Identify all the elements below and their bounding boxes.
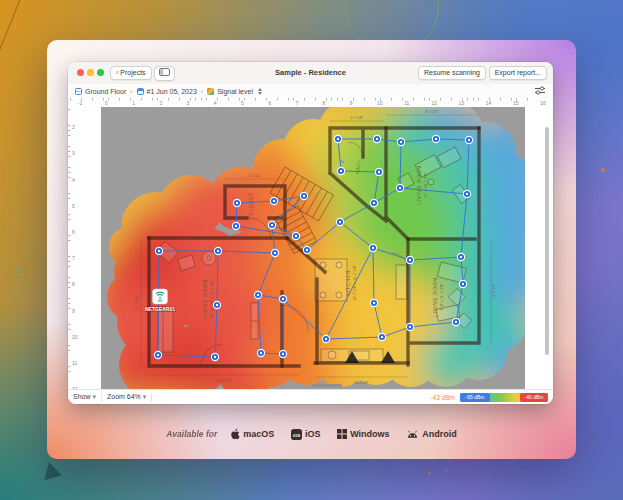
- ruler-number: 6: [268, 101, 271, 106]
- ruler-number: 5: [72, 204, 75, 209]
- svg-text:11'-2 3/4": 11'-2 3/4": [492, 283, 496, 299]
- separator-dot: ·: [327, 430, 330, 439]
- survey-point[interactable]: [336, 218, 343, 225]
- decor-dot: [591, 437, 595, 441]
- show-menu[interactable]: Show ▾: [73, 393, 96, 401]
- ruler-number: 6: [72, 230, 75, 235]
- minimize-window-button[interactable]: [87, 69, 94, 76]
- sliders-icon: [534, 86, 546, 95]
- survey-point[interactable]: [213, 301, 220, 308]
- ruler-number: 9: [72, 309, 75, 314]
- floorplan-canvas[interactable]: 6'-2 1/2"6'-1 5/8"8'-1 1/2"16'-3 1/2"10'…: [101, 107, 525, 390]
- resume-scanning-button[interactable]: Resume scanning: [418, 66, 486, 80]
- ruler-number: 4: [214, 101, 217, 106]
- toggle-sidebar-button[interactable]: [154, 66, 175, 81]
- svg-text:6'-1 5/8": 6'-1 5/8": [350, 116, 364, 120]
- view-options-button[interactable]: [534, 86, 546, 96]
- survey-point[interactable]: [337, 167, 344, 174]
- apple-icon: [230, 428, 240, 440]
- survey-point[interactable]: [303, 246, 310, 253]
- room-label: LIVING ROOM: [416, 165, 422, 205]
- survey-point[interactable]: [334, 135, 341, 142]
- ruler-number: -1: [78, 101, 82, 106]
- ruler-number: 11: [72, 361, 77, 366]
- vertical-scrollbar[interactable]: [545, 127, 549, 355]
- visualization-select[interactable]: Signal level: [217, 88, 253, 95]
- platforms-footer: Available for macOS·iOSiOS·Windows·Andro…: [47, 428, 576, 440]
- survey-point[interactable]: [406, 323, 413, 330]
- scale-min-handle[interactable]: -65 dBm: [460, 393, 490, 402]
- survey-point[interactable]: [373, 135, 380, 142]
- ruler-number: 5: [241, 101, 244, 106]
- survey-point[interactable]: [292, 232, 299, 239]
- decor-small-ring: [15, 267, 26, 278]
- decor-dashed-line: [81, 455, 82, 500]
- decor-dot: [601, 168, 605, 172]
- room-label: KITCHEN: [345, 270, 351, 296]
- zoom-window-button[interactable]: [97, 69, 104, 76]
- room-label: HALL: [355, 160, 361, 175]
- room-label: LIVING ROOM: [202, 279, 208, 319]
- survey-point[interactable]: [270, 197, 277, 204]
- svg-text:15'-8 3/4": 15'-8 3/4": [135, 294, 139, 310]
- survey-point[interactable]: [452, 318, 459, 325]
- survey-point[interactable]: [369, 244, 376, 251]
- divider: [151, 393, 152, 402]
- platform-label: Android: [422, 429, 457, 439]
- svg-text:10'-7 1/4" x 16'-2 1/4": 10'-7 1/4" x 16'-2 1/4": [353, 264, 357, 301]
- survey-point[interactable]: [396, 184, 403, 191]
- svg-text:8'-1 1/2": 8'-1 1/2": [425, 110, 439, 114]
- breadcrumb-survey[interactable]: #1 Jun 05, 2023: [147, 88, 197, 95]
- survey-point[interactable]: [279, 350, 286, 357]
- horizontal-scrollbar[interactable]: [312, 384, 342, 387]
- promo-card: ‹ Projects Sample - Residence Resume sca…: [47, 40, 576, 459]
- svg-text:15'-10 3/4" x 15'-6 3/4": 15'-10 3/4" x 15'-6 3/4": [210, 279, 214, 318]
- survey-point[interactable]: [465, 136, 472, 143]
- survey-point[interactable]: [432, 135, 439, 142]
- decor-dot: [444, 469, 447, 472]
- platform-ios: iOSiOS: [291, 429, 321, 440]
- survey-point[interactable]: [232, 222, 239, 229]
- platform-label: iOS: [305, 429, 321, 439]
- survey-point[interactable]: [397, 138, 404, 145]
- app-window: ‹ Projects Sample - Residence Resume sca…: [68, 62, 553, 404]
- survey-point[interactable]: [300, 192, 307, 199]
- page: { "window": { "title": "Sample - Residen…: [0, 0, 623, 500]
- chevron-up-icon: [258, 88, 262, 91]
- scale-max-handle[interactable]: -40 dBm: [520, 393, 548, 402]
- export-report-button[interactable]: Export report...: [489, 66, 547, 80]
- svg-text:11' x 14'-2 7/8": 11' x 14'-2 7/8": [424, 172, 428, 197]
- survey-point[interactable]: [406, 256, 413, 263]
- status-bar: Show ▾ Zoom 64% ▾ -43 dBm -65 dBm -40 dB…: [68, 389, 553, 404]
- survey-point[interactable]: [214, 247, 221, 254]
- survey-point[interactable]: [233, 199, 240, 206]
- survey-point[interactable]: [268, 221, 275, 228]
- survey-point[interactable]: [322, 335, 329, 342]
- survey-point[interactable]: [459, 280, 466, 287]
- survey-point[interactable]: [271, 249, 278, 256]
- survey-point[interactable]: [370, 199, 377, 206]
- survey-point[interactable]: [279, 295, 286, 302]
- survey-point[interactable]: [254, 291, 261, 298]
- survey-point[interactable]: [463, 190, 470, 197]
- back-to-projects-button[interactable]: ‹ Projects: [110, 66, 152, 80]
- ap-band: 2G: [158, 299, 163, 303]
- visualization-stepper[interactable]: [258, 88, 262, 95]
- survey-point[interactable]: [154, 351, 161, 358]
- survey-point[interactable]: [370, 299, 377, 306]
- breadcrumb-floor[interactable]: Ground Floor: [85, 88, 126, 95]
- survey-point[interactable]: [211, 353, 218, 360]
- ruler-horizontal: -1012345678910111213141516: [68, 98, 553, 107]
- survey-point[interactable]: [257, 349, 264, 356]
- survey-point[interactable]: [457, 253, 464, 260]
- ruler-number: 8: [72, 282, 75, 287]
- close-window-button[interactable]: [77, 69, 84, 76]
- survey-point[interactable]: [378, 333, 385, 340]
- survey-point[interactable]: [155, 247, 162, 254]
- platform-macos: macOS: [230, 428, 274, 440]
- chevron-separator: ›: [201, 88, 203, 95]
- platform-list: macOS·iOSiOS·Windows·Android: [230, 428, 456, 440]
- zoom-menu[interactable]: Zoom 64% ▾: [107, 393, 146, 401]
- svg-text:10'-2 1/8": 10'-2 1/8": [353, 381, 369, 385]
- survey-point[interactable]: [375, 168, 382, 175]
